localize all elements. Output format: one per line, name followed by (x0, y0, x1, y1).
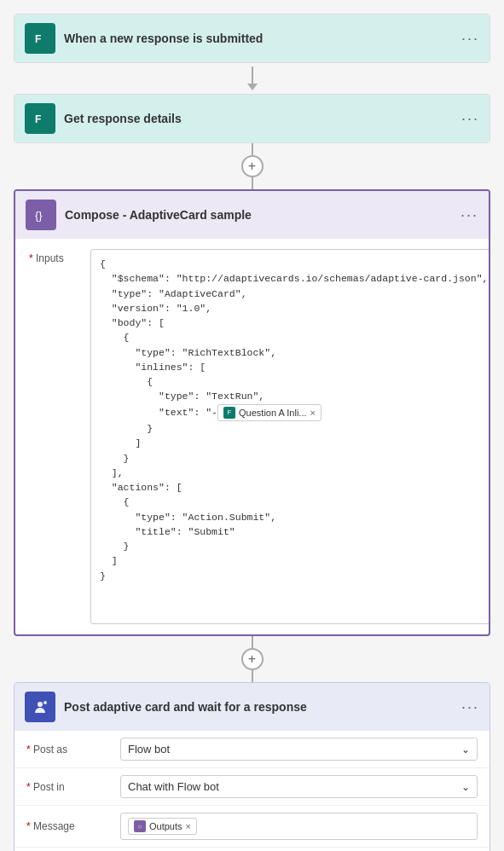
compose-card-body: * Inputs { "$schema": "http://adaptiveca… (15, 239, 489, 634)
json-line-17: { (100, 495, 488, 509)
get-response-card: F Get response details ··· (14, 94, 490, 143)
plus-button-2[interactable]: + (241, 648, 264, 670)
post-in-dropdown[interactable]: Chat with Flow bot ⌄ (120, 775, 478, 798)
json-line-6: { (100, 330, 488, 344)
json-line-18: "type": "Action.Submit", (100, 510, 488, 524)
svg-text:F: F (35, 113, 41, 125)
compose-icon: {} (26, 200, 56, 230)
json-line-13: ] (100, 436, 488, 450)
message-tag-icon: ○ (134, 820, 146, 832)
json-line-5: "body": [ (100, 316, 488, 330)
message-row: * Message ○ Outputs × (14, 806, 490, 848)
json-line-16: "actions": [ (100, 480, 488, 495)
post-adaptive-menu[interactable]: ··· (461, 698, 479, 716)
json-line-8: "inlines": [ (100, 360, 488, 374)
trigger-menu[interactable]: ··· (461, 30, 479, 48)
post-as-chevron: ⌄ (461, 744, 470, 755)
connector-line-top-2 (252, 636, 253, 648)
post-adaptive-card-header: Post adaptive card and wait for a respon… (14, 683, 490, 731)
get-response-menu[interactable]: ··· (461, 110, 479, 128)
post-adaptive-card: Post adaptive card and wait for a respon… (14, 682, 490, 851)
plus-button-1[interactable]: + (241, 155, 264, 177)
json-line-10: "type": "TextRun", (100, 389, 488, 403)
inline-tag-label: Question A Inli... (239, 406, 307, 420)
compose-card: {} Compose - AdaptiveCard sample ··· * I… (14, 189, 490, 636)
json-line-4: "version": "1.0", (100, 301, 488, 316)
json-line-20: } (100, 539, 488, 553)
json-line-19: "title": "Submit" (100, 524, 488, 539)
json-line-14: } (100, 451, 488, 466)
svg-point-7 (38, 702, 43, 707)
compose-json-editor[interactable]: { "$schema": "http://adaptivecards.io/sc… (90, 249, 490, 624)
message-tag: ○ Outputs × (128, 818, 197, 835)
post-adaptive-icon (25, 692, 55, 722)
message-field[interactable]: ○ Outputs × (120, 813, 478, 840)
compose-card-header: {} Compose - AdaptiveCard sample ··· (15, 191, 489, 239)
json-line-2: "$schema": "http://adaptivecards.io/sche… (100, 271, 488, 286)
post-as-row: * Post as Flow bot ⌄ (14, 731, 490, 768)
message-tag-label: Outputs (149, 821, 182, 831)
compose-title: Compose - AdaptiveCard sample (65, 208, 461, 222)
message-value: ○ Outputs × (120, 813, 478, 840)
trigger-card-header: F When a new response is submitted ··· (14, 14, 490, 62)
json-line-7: "type": "RichTextBlock", (100, 345, 488, 360)
connector-line-top-1 (252, 143, 253, 155)
update-message-row: Update message Thanks for your response! (14, 848, 490, 851)
json-line-1: { (100, 257, 488, 271)
json-line-21: ] (100, 553, 488, 568)
json-line-15: ], (100, 466, 488, 480)
svg-text:F: F (35, 33, 41, 45)
post-in-row: * Post in Chat with Flow bot ⌄ (14, 768, 490, 806)
compose-menu[interactable]: ··· (461, 206, 478, 224)
connector-1 (247, 67, 258, 90)
post-as-dropdown[interactable]: Flow bot ⌄ (120, 738, 478, 761)
json-line-11: "text": "-FQuestion A Inli...× (100, 404, 488, 422)
post-as-value: Flow bot ⌄ (120, 738, 478, 761)
trigger-icon: F (25, 23, 55, 54)
connector-line-bottom-1 (252, 177, 253, 189)
json-line-3: "type": "AdaptiveCard", (100, 287, 488, 301)
message-label: * Message (26, 820, 120, 832)
svg-text:{}: {} (35, 209, 43, 222)
json-line-9: { (100, 374, 488, 389)
inline-tag: FQuestion A Inli...× (217, 404, 322, 422)
post-as-selected: Flow bot (128, 743, 170, 755)
post-adaptive-card-body: * Post as Flow bot ⌄ * Post in Chat with… (14, 731, 490, 851)
post-in-value: Chat with Flow bot ⌄ (120, 775, 478, 798)
post-adaptive-title: Post adaptive card and wait for a respon… (64, 700, 461, 714)
connector-line-bottom-2 (252, 670, 253, 682)
compose-inputs-label: * Inputs (29, 249, 80, 624)
get-response-title: Get response details (64, 112, 461, 125)
post-as-label: * Post as (26, 744, 120, 755)
trigger-title: When a new response is submitted (64, 32, 461, 45)
get-response-icon: F (25, 103, 55, 134)
get-response-card-header: F Get response details ··· (14, 95, 490, 142)
json-line-22: } (100, 569, 488, 583)
post-in-selected: Chat with Flow bot (128, 780, 219, 793)
connector-arrow-1 (247, 84, 258, 90)
trigger-card: F When a new response is submitted ··· (14, 14, 490, 63)
connector-plus-1[interactable]: + (241, 143, 264, 189)
inline-tag-close-button[interactable]: × (310, 406, 316, 420)
post-in-label: * Post in (26, 781, 120, 793)
connector-line-1 (252, 67, 253, 84)
post-in-chevron: ⌄ (461, 781, 470, 793)
inline-tag-icon: F (223, 407, 235, 419)
message-tag-close-button[interactable]: × (186, 821, 191, 831)
connector-plus-2[interactable]: + (241, 636, 264, 682)
json-line-12: } (100, 421, 488, 436)
